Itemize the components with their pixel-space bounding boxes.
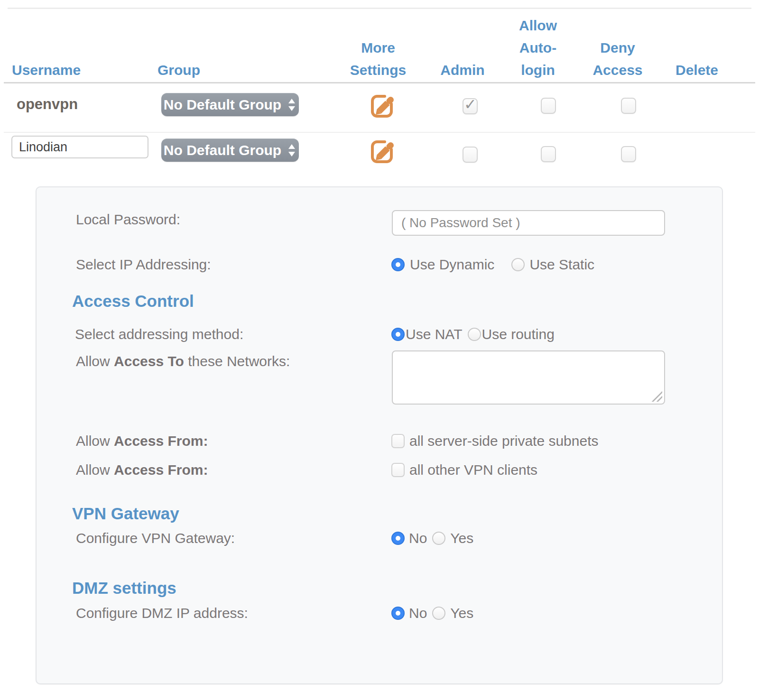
server-side-subnets-checkbox[interactable] (391, 434, 405, 448)
use-routing-radio[interactable] (468, 328, 481, 341)
configure-vpn-gateway-label: Configure VPN Gateway: (76, 530, 235, 546)
use-static-radio[interactable] (511, 258, 525, 271)
use-dynamic-radio[interactable] (391, 258, 405, 271)
dmz-no-label: No (409, 605, 427, 621)
use-static-label: Use Static (529, 257, 594, 273)
addressing-method-label: Select addressing method: (75, 326, 243, 342)
select-arrows-icon (287, 143, 296, 157)
select-arrows-icon (287, 98, 296, 112)
row-divider (4, 132, 755, 133)
vpn-gateway-yes-radio[interactable] (432, 532, 445, 545)
more-settings-edit-button-new-user[interactable] (370, 138, 395, 165)
dmz-options: No Yes (391, 605, 473, 621)
user-settings-panel: Local Password: Select IP Addressing: Us… (36, 186, 723, 684)
group-select-new-user[interactable]: No Default Group (161, 138, 299, 162)
vpn-gateway-heading: VPN Gateway (72, 504, 179, 523)
col-header-delete: Delete (666, 59, 728, 81)
admin-checkbox-openvpn[interactable]: ✓ (463, 98, 478, 114)
vpn-gateway-no-radio[interactable] (391, 532, 405, 545)
access-from-clients-option: all other VPN clients (391, 462, 537, 478)
col-header-allow-auto-login: Allow Auto- login (509, 14, 566, 81)
ip-addressing-label: Select IP Addressing: (76, 257, 211, 273)
allow-auto-login-checkbox-openvpn[interactable] (541, 98, 556, 114)
dmz-settings-heading: DMZ settings (72, 579, 176, 598)
access-control-heading: Access Control (72, 292, 194, 311)
addressing-method-options: Use NAT Use routing (391, 326, 555, 342)
use-nat-radio[interactable] (391, 328, 405, 341)
access-from-subnets-option: all server-side private subnets (391, 433, 599, 449)
dmz-no-radio[interactable] (391, 607, 405, 620)
edit-pencil-icon (370, 138, 395, 165)
access-to-networks-textarea[interactable] (392, 350, 665, 405)
edit-pencil-icon (370, 92, 395, 120)
new-username-input[interactable] (11, 136, 148, 158)
dmz-yes-label: Yes (450, 605, 473, 621)
local-password-label: Local Password: (76, 212, 180, 228)
use-nat-label: Use NAT (406, 326, 462, 342)
group-select-value: No Default Group (164, 142, 281, 158)
vpn-gateway-no-label: No (409, 530, 427, 546)
col-header-more-settings: More Settings (342, 37, 414, 81)
top-divider (8, 8, 751, 9)
col-header-group: Group (157, 59, 300, 81)
use-routing-label: Use routing (481, 326, 554, 342)
other-vpn-clients-checkbox[interactable] (391, 463, 405, 477)
allow-auto-login-checkbox-new-user[interactable] (541, 146, 556, 162)
col-header-deny-access: Deny Access (587, 37, 648, 81)
deny-access-checkbox-new-user[interactable] (621, 146, 636, 162)
access-from-subnets-label: Allow Access From: (76, 433, 208, 449)
vpn-gateway-yes-label: Yes (450, 530, 473, 546)
col-header-username: Username (12, 59, 154, 81)
username-label-openvpn: openvpn (17, 96, 78, 113)
more-settings-edit-button-openvpn[interactable] (370, 92, 395, 120)
other-vpn-clients-label: all other VPN clients (409, 462, 537, 478)
check-icon: ✓ (464, 95, 477, 113)
header-divider (4, 82, 755, 83)
dmz-yes-radio[interactable] (432, 607, 445, 620)
col-header-admin: Admin (434, 59, 491, 81)
configure-dmz-label: Configure DMZ IP address: (76, 605, 248, 621)
user-permissions-page: Username Group More Settings Admin Allow… (0, 0, 759, 700)
admin-checkbox-new-user[interactable] (463, 147, 478, 163)
group-select-openvpn[interactable]: No Default Group (161, 93, 299, 116)
vpn-gateway-options: No Yes (391, 530, 473, 546)
server-side-subnets-label: all server-side private subnets (409, 433, 599, 449)
local-password-input[interactable] (392, 210, 665, 236)
ip-addressing-options: Use Dynamic Use Static (391, 257, 594, 273)
access-from-clients-label: Allow Access From: (76, 462, 208, 478)
use-dynamic-label: Use Dynamic (410, 257, 494, 273)
access-to-label: Allow Access To these Networks: (76, 353, 290, 369)
deny-access-checkbox-openvpn[interactable] (621, 98, 636, 114)
group-select-value: No Default Group (164, 97, 281, 113)
